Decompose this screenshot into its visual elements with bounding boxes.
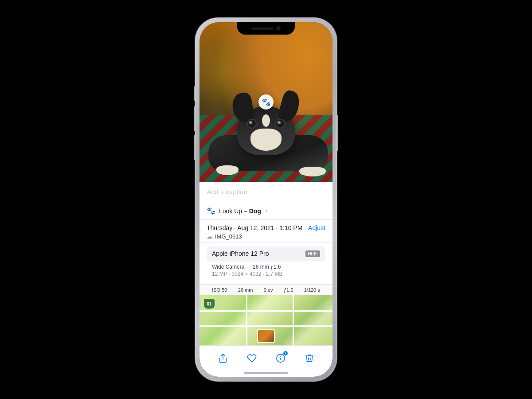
date-row: Thursday · Aug 12, 2021 · 1:10 PM Adjust bbox=[207, 224, 325, 231]
dog-eye-right bbox=[275, 119, 285, 129]
exif-aperture: ƒ1.6 bbox=[284, 287, 293, 293]
caption-input[interactable]: Add a caption bbox=[200, 182, 332, 202]
share-icon bbox=[218, 353, 228, 363]
notch bbox=[237, 22, 295, 35]
exif-row: ISO 50 26 mm 0 ev ƒ1.6 1/120 s bbox=[200, 284, 332, 295]
paw-print-badge[interactable]: 🐾 bbox=[258, 94, 274, 110]
dog-paw-right bbox=[299, 167, 326, 176]
specs-label: 12 MP · 3024 × 4032 · 2.7 MB bbox=[212, 271, 320, 277]
meta-section: Thursday · Aug 12, 2021 · 1:10 PM Adjust… bbox=[200, 220, 332, 243]
power-button[interactable] bbox=[337, 115, 338, 151]
exif-iso: ISO 50 bbox=[212, 287, 227, 293]
share-button[interactable] bbox=[215, 350, 231, 366]
photo-view[interactable]: 🐾 bbox=[200, 22, 332, 182]
map-road bbox=[200, 325, 332, 327]
adjust-button[interactable]: Adjust bbox=[308, 224, 325, 231]
map-road bbox=[200, 310, 332, 312]
front-camera-icon bbox=[276, 26, 281, 31]
map-location-pin bbox=[257, 329, 275, 343]
camera-model-label: Apple iPhone 12 Pro bbox=[212, 250, 269, 257]
paw-icon: 🐾 bbox=[262, 98, 271, 107]
camera-section: Apple iPhone 12 Pro HEIF Wide Camera — 2… bbox=[207, 246, 325, 281]
mute-button[interactable] bbox=[194, 86, 195, 101]
heart-button[interactable] bbox=[244, 350, 260, 366]
home-bar bbox=[200, 369, 332, 377]
date-label: Thursday · Aug 12, 2021 · 1:10 PM bbox=[207, 224, 302, 231]
filename-label: IMG_0613 bbox=[215, 233, 242, 240]
speaker-grille bbox=[251, 27, 274, 30]
bottom-toolbar: ✦ bbox=[200, 345, 332, 369]
exif-shutter: 1/120 s bbox=[304, 287, 320, 293]
info-star-badge: ✦ bbox=[283, 351, 288, 356]
dog-blaze bbox=[262, 114, 270, 127]
exif-ev: 0 ev bbox=[264, 287, 273, 293]
cloud-icon: ☁ bbox=[207, 233, 212, 240]
lookup-chevron-icon: › bbox=[266, 208, 267, 214]
exif-focal: 26 mm bbox=[238, 287, 253, 293]
home-indicator bbox=[244, 372, 288, 374]
phone-frame: 🐾 Add a caption 🐾 Look Up – Dog › bbox=[195, 18, 337, 381]
lookup-label: Look Up – Dog bbox=[219, 207, 261, 215]
map-thumbnail[interactable]: 01 bbox=[200, 295, 332, 345]
look-up-row[interactable]: 🐾 Look Up – Dog › bbox=[200, 202, 332, 220]
filename-row: ☁ IMG_0613 bbox=[207, 233, 325, 240]
heart-icon bbox=[247, 353, 257, 363]
camera-details: Wide Camera — 26 mm ƒ1.6 12 MP · 3024 × … bbox=[207, 261, 325, 281]
map-road bbox=[293, 295, 294, 345]
map-highway-shield: 01 bbox=[204, 299, 215, 309]
dog-eye-left bbox=[247, 119, 257, 129]
volume-up-button[interactable] bbox=[194, 106, 195, 131]
map-road bbox=[246, 295, 247, 345]
phone-screen: 🐾 Add a caption 🐾 Look Up – Dog › bbox=[200, 22, 332, 377]
trash-button[interactable] bbox=[301, 350, 317, 366]
dog-paw-left bbox=[216, 165, 239, 175]
volume-down-button[interactable] bbox=[194, 135, 195, 160]
dog-head bbox=[237, 106, 295, 155]
format-badge: HEIF bbox=[305, 250, 320, 257]
screen-content: 🐾 Add a caption 🐾 Look Up – Dog › bbox=[200, 22, 332, 377]
trash-icon bbox=[305, 353, 314, 363]
lookup-paw-icon: 🐾 bbox=[207, 207, 215, 215]
info-panel: Add a caption 🐾 Look Up – Dog › Thursday… bbox=[200, 182, 332, 377]
info-button[interactable]: ✦ bbox=[273, 350, 289, 366]
camera-model-row: Apple iPhone 12 Pro HEIF bbox=[207, 246, 325, 261]
dog-muzzle bbox=[250, 129, 282, 151]
lens-label: Wide Camera — 26 mm ƒ1.6 bbox=[212, 264, 320, 270]
